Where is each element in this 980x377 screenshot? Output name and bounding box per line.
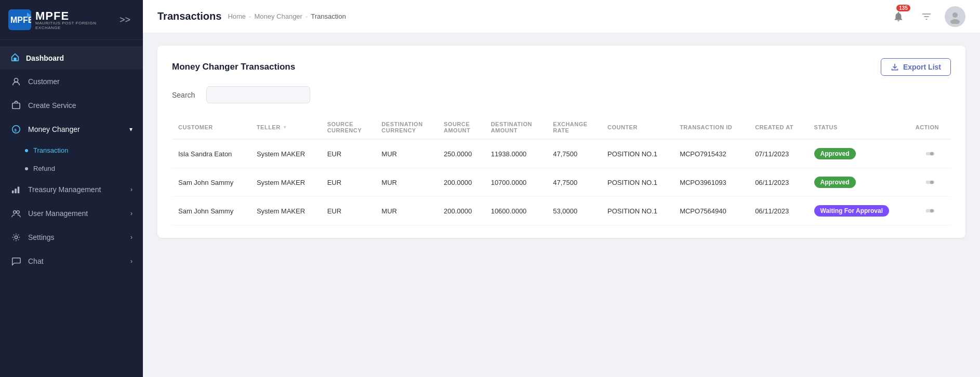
cell-action[interactable] xyxy=(909,139,951,168)
status-badge: Waiting For Approval xyxy=(814,205,889,217)
cell-exchange-rate: 47,7500 xyxy=(547,168,601,197)
svg-point-13 xyxy=(15,236,17,238)
cell-status: Approved xyxy=(808,139,909,168)
filter-icon xyxy=(921,11,932,22)
action-toggle-icon[interactable] xyxy=(916,206,945,216)
col-source-amount: SOURCEAMOUNT xyxy=(438,116,485,139)
cell-destination-amount: 11938.0000 xyxy=(485,139,547,168)
col-status: STATUS xyxy=(808,116,909,139)
cell-customer: Sam John Sammy xyxy=(172,197,250,225)
avatar-image xyxy=(948,9,962,24)
col-destination-amount: DESTINATIONAMOUNT xyxy=(485,116,547,139)
cell-teller: System MAKER xyxy=(250,139,321,168)
cell-source-amount: 250.0000 xyxy=(438,139,485,168)
sidebar-item-label-money-changer: Money Changer xyxy=(28,125,80,133)
sidebar-item-label-chat: Chat xyxy=(28,257,44,265)
transactions-table: CUSTOMER TELLER ▼ SOURCECURRENCY DESTINA… xyxy=(172,116,951,225)
cell-exchange-rate: 53,0000 xyxy=(547,197,601,225)
refund-dot xyxy=(25,167,28,170)
card-title: Money Changer Transactions xyxy=(172,62,295,72)
search-label: Search xyxy=(172,91,198,99)
cell-exchange-rate: 47,7500 xyxy=(547,139,601,168)
sidebar-item-customer[interactable]: Customer xyxy=(0,70,143,93)
table-wrapper: CUSTOMER TELLER ▼ SOURCECURRENCY DESTINA… xyxy=(172,116,951,225)
cell-transaction-id: MCPO3961093 xyxy=(673,168,749,197)
col-exchange-rate: EXCHANGERATE xyxy=(547,116,601,139)
breadcrumb-home[interactable]: Home xyxy=(228,12,246,20)
transactions-card: Money Changer Transactions Export List S… xyxy=(157,46,965,238)
svg-point-19 xyxy=(930,181,934,184)
sidebar-item-treasury-management[interactable]: Treasury Management › xyxy=(0,178,143,201)
sidebar-subitem-transaction[interactable]: Transaction xyxy=(0,141,143,159)
svg-rect-3 xyxy=(14,58,16,61)
sidebar-item-label-user-management: User Management xyxy=(28,209,88,218)
col-teller[interactable]: TELLER ▼ xyxy=(250,116,321,139)
cell-created-at: 06/11/2023 xyxy=(749,168,807,197)
export-icon xyxy=(891,63,899,71)
svg-point-15 xyxy=(950,19,960,24)
breadcrumb-section[interactable]: Money Changer xyxy=(254,12,302,20)
user-management-chevron: › xyxy=(130,210,133,217)
cell-action[interactable] xyxy=(909,197,951,225)
table-row: Sam John Sammy System MAKER EUR MUR 200.… xyxy=(172,168,951,197)
status-badge: Approved xyxy=(814,148,856,159)
cell-customer: Isla Sandra Eaton xyxy=(172,139,250,168)
svg-point-14 xyxy=(952,12,958,18)
avatar[interactable] xyxy=(945,6,965,27)
cell-destination-currency: MUR xyxy=(375,168,438,197)
settings-chevron: › xyxy=(130,234,133,241)
chat-chevron: › xyxy=(130,258,133,265)
action-toggle-icon[interactable] xyxy=(916,177,945,187)
cell-source-currency: EUR xyxy=(321,139,376,168)
sidebar-item-label-treasury: Treasury Management xyxy=(28,185,101,194)
sidebar-toggle[interactable]: >> xyxy=(115,12,135,28)
sidebar-item-dashboard[interactable]: Dashboard xyxy=(0,46,143,70)
svg-point-17 xyxy=(930,152,934,156)
action-toggle-icon[interactable] xyxy=(916,149,945,159)
cell-counter: POSITION NO.1 xyxy=(601,197,673,225)
cell-destination-amount: 10600.0000 xyxy=(485,197,547,225)
svg-point-11 xyxy=(14,211,16,213)
sidebar-subitem-label-transaction: Transaction xyxy=(33,146,68,154)
svg-rect-8 xyxy=(12,191,14,193)
chat-icon xyxy=(10,255,22,267)
cell-source-amount: 200.0000 xyxy=(438,197,485,225)
col-source-currency: SOURCECURRENCY xyxy=(321,116,376,139)
sidebar-item-label-create-service: Create Service xyxy=(28,101,76,110)
cell-destination-currency: MUR xyxy=(375,139,438,168)
svg-rect-9 xyxy=(15,188,17,193)
col-customer: CUSTOMER xyxy=(172,116,250,139)
sidebar-item-user-management[interactable]: User Management › xyxy=(0,201,143,225)
svg-text:MPFE: MPFE xyxy=(10,16,31,24)
cell-created-at: 07/11/2023 xyxy=(749,139,807,168)
money-changer-icon: $ xyxy=(10,124,22,135)
content-area: Money Changer Transactions Export List S… xyxy=(143,33,980,377)
create-service-icon xyxy=(10,100,22,111)
search-input[interactable] xyxy=(206,86,310,103)
notification-badge: 135 xyxy=(896,5,910,11)
sidebar-item-label-customer: Customer xyxy=(28,77,60,86)
col-counter: COUNTER xyxy=(601,116,673,139)
export-btn-label: Export List xyxy=(903,63,941,71)
svg-rect-10 xyxy=(18,187,20,194)
cell-transaction-id: MCPO7915432 xyxy=(673,139,749,168)
notification-bell-button[interactable]: 135 xyxy=(889,7,908,26)
sidebar-item-settings[interactable]: Settings › xyxy=(0,225,143,249)
breadcrumb: Home - Money Changer - Transaction xyxy=(228,12,346,20)
breadcrumb-sep2: - xyxy=(306,12,308,20)
sidebar-item-money-changer[interactable]: $ Money Changer ▾ xyxy=(0,117,143,141)
col-created-at: CREATED AT xyxy=(749,116,807,139)
cell-action[interactable] xyxy=(909,168,951,197)
sidebar-subitem-refund[interactable]: Refund xyxy=(0,159,143,178)
sidebar-item-chat[interactable]: Chat › xyxy=(0,249,143,273)
sidebar-item-create-service[interactable]: Create Service xyxy=(0,93,143,117)
filter-button[interactable] xyxy=(917,7,936,26)
export-list-button[interactable]: Export List xyxy=(881,58,951,76)
cell-destination-currency: MUR xyxy=(375,197,438,225)
svg-rect-5 xyxy=(12,103,20,109)
svg-point-21 xyxy=(930,209,934,213)
table-row: Sam John Sammy System MAKER EUR MUR 200.… xyxy=(172,197,951,225)
logo-sub: MAURITIUS POST FOREIGN EXCHANGE xyxy=(35,21,115,30)
svg-point-4 xyxy=(14,78,18,82)
sidebar-logo: MPFE MPFE MAURITIUS POST FOREIGN EXCHANG… xyxy=(0,0,143,40)
